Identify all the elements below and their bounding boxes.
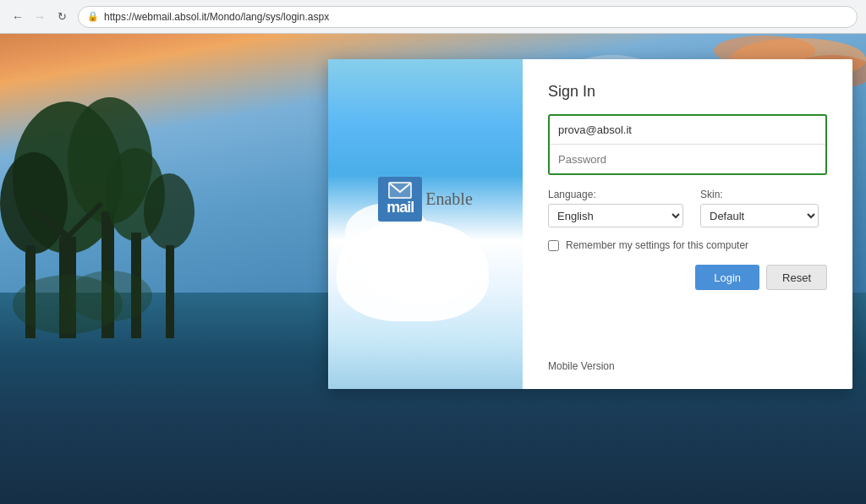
language-group: Language: English Italiano Français Deut… <box>548 189 683 227</box>
nav-buttons: ← → ↻ <box>8 8 71 26</box>
address-bar[interactable]: 🔒 https://webmail.absol.it/Mondo/lang/sy… <box>78 6 858 28</box>
credentials-box <box>548 114 827 175</box>
sign-in-title: Sign In <box>548 83 827 101</box>
svg-point-2 <box>0 152 68 254</box>
url-text: https://webmail.absol.it/Mondo/lang/sys/… <box>104 11 329 23</box>
refresh-button[interactable]: ↻ <box>52 8 71 26</box>
logo-mail-text: mail <box>386 199 414 216</box>
tree-left-svg <box>0 76 254 338</box>
reset-button[interactable]: Reset <box>766 265 827 290</box>
password-input[interactable] <box>550 145 825 173</box>
logo-top: mail Enable <box>378 177 473 222</box>
lock-icon: 🔒 <box>87 11 99 22</box>
svg-point-13 <box>68 271 152 321</box>
logo-mail-box: mail <box>378 177 422 222</box>
remember-checkbox[interactable] <box>548 240 559 251</box>
browser-chrome: ← → ↻ 🔒 https://webmail.absol.it/Mondo/l… <box>0 0 866 34</box>
modal-right-panel: Sign In Language: English Italiano Franç… <box>523 59 852 389</box>
back-button[interactable]: ← <box>8 8 27 26</box>
skin-label: Skin: <box>700 189 819 200</box>
logo-enable-text: Enable <box>425 189 473 209</box>
envelope-icon <box>388 182 412 199</box>
page-content: mail Enable Sign In Language: English <box>0 34 866 504</box>
svg-point-9 <box>144 173 195 249</box>
email-input[interactable] <box>550 116 825 145</box>
mobile-version-link[interactable]: Mobile Version <box>548 360 827 372</box>
language-select[interactable]: English Italiano Français Deutsch Españo… <box>548 204 683 227</box>
skin-select[interactable]: Default Classic Modern <box>700 204 819 227</box>
login-button[interactable]: Login <box>695 265 759 290</box>
mail-enable-logo: mail Enable <box>378 177 473 222</box>
modal-left-panel: mail Enable <box>328 59 523 389</box>
skin-group: Skin: Default Classic Modern <box>700 189 819 227</box>
login-modal: mail Enable Sign In Language: English <box>328 59 852 389</box>
remember-label: Remember my settings for this computer <box>566 239 748 251</box>
language-skin-row: Language: English Italiano Français Deut… <box>548 189 827 227</box>
forward-button[interactable]: → <box>30 8 49 26</box>
svg-rect-11 <box>166 245 174 338</box>
buttons-row: Login Reset <box>548 265 827 290</box>
language-label: Language: <box>548 189 683 200</box>
remember-row: Remember my settings for this computer <box>548 239 827 251</box>
